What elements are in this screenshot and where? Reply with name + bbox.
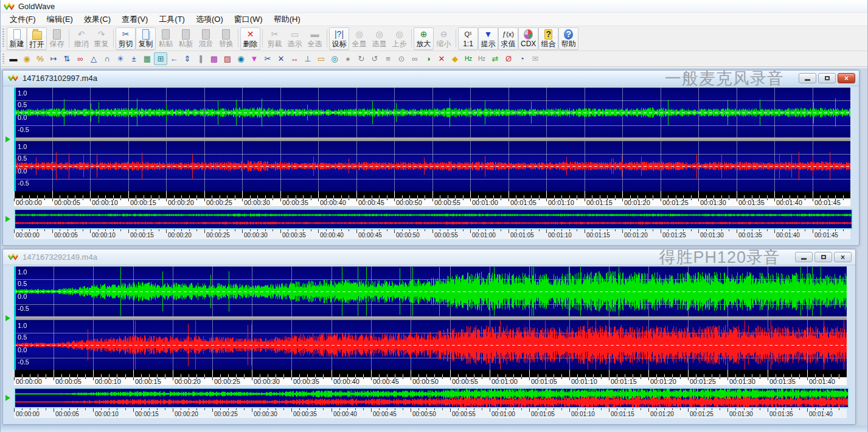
menu-item-2[interactable]: 效果(C) bbox=[78, 13, 116, 26]
hint-button[interactable]: ▼提示 bbox=[478, 27, 498, 50]
overview-waveform[interactable] bbox=[15, 389, 848, 407]
replace-button[interactable]: 替换 bbox=[216, 27, 236, 50]
sparkle-button[interactable]: ✕ bbox=[274, 52, 288, 65]
minimize-button[interactable] bbox=[799, 73, 816, 83]
selection-start-marker[interactable] bbox=[14, 267, 16, 370]
fit-vertical-button[interactable]: ⇅ bbox=[60, 52, 74, 65]
evaluate-button[interactable]: ƒ(x)求值 bbox=[498, 27, 518, 50]
splice-button[interactable]: ✂ bbox=[261, 52, 274, 65]
matrix-a-button[interactable]: ▩ bbox=[207, 52, 221, 65]
loop-arrows-button[interactable]: ⇄ bbox=[488, 52, 502, 65]
close-button[interactable]: × bbox=[838, 73, 855, 83]
stereo-knob-button[interactable]: ◑ bbox=[422, 52, 435, 65]
menu-item-1[interactable]: 编辑(E) bbox=[41, 13, 78, 26]
hz-play-button[interactable]: Hz bbox=[462, 52, 475, 65]
rainbow-menu-button[interactable]: ▼ bbox=[248, 52, 261, 65]
cut-button-icon: ✂ bbox=[122, 29, 130, 40]
overview-waveform[interactable] bbox=[15, 210, 852, 228]
new-file-button[interactable]: 新建 bbox=[7, 27, 27, 50]
matrix-b-button[interactable]: ▨ bbox=[221, 52, 234, 65]
menu-item-0[interactable]: 文件(F) bbox=[4, 13, 41, 26]
volume-preset-button[interactable]: ▬ bbox=[7, 52, 20, 65]
cdx-button[interactable]: CDX bbox=[518, 27, 538, 50]
menu-item-3[interactable]: 查看(V) bbox=[116, 13, 153, 26]
seek-end-button[interactable]: ↦ bbox=[47, 52, 60, 65]
group-button[interactable]: ?组合 bbox=[538, 27, 558, 50]
zoom-in-button[interactable]: ⊕放大 bbox=[414, 27, 434, 50]
delete-button[interactable]: ✕删除 bbox=[240, 27, 260, 50]
document-window-titlebar[interactable]: 1471673292149.m4a 得胜PH120录音 × bbox=[3, 249, 855, 265]
zoom-out-button[interactable]: ⊖缩小 bbox=[434, 27, 454, 50]
menu-item-6[interactable]: 窗口(W) bbox=[229, 13, 268, 26]
linked-knobs-button[interactable]: ∞ bbox=[408, 52, 422, 65]
waveform-right-channel[interactable] bbox=[14, 320, 847, 370]
eq-bars-button[interactable]: ∥ bbox=[194, 52, 207, 65]
previous-zoom-button[interactable]: ◎上步 bbox=[389, 27, 409, 50]
fit-window-button[interactable]: ⊞ bbox=[154, 52, 167, 65]
node-link-button[interactable]: ∞ bbox=[74, 52, 87, 65]
menu-item-7[interactable]: 帮助(H) bbox=[268, 13, 306, 26]
paste-button[interactable]: 粘贴 bbox=[156, 27, 176, 50]
time-knob-button[interactable]: ↻ bbox=[355, 52, 368, 65]
overview-strip[interactable] bbox=[14, 388, 849, 408]
copy-button[interactable]: 复制 bbox=[136, 27, 156, 50]
ramp-button[interactable]: △ bbox=[87, 52, 100, 65]
stretch-button[interactable]: ⇕ bbox=[181, 52, 194, 65]
document-window-titlebar[interactable]: 1471673102997.m4a 一般麦克风录音 × bbox=[3, 71, 859, 86]
sphere-button[interactable]: ● bbox=[341, 52, 355, 65]
pipe-button[interactable]: ▭ bbox=[314, 52, 328, 65]
app-titlebar[interactable]: GoldWave bbox=[1, 0, 867, 13]
trim-button[interactable]: ✂剪裁 bbox=[265, 27, 285, 50]
knob-levels-button[interactable]: Ø bbox=[502, 52, 515, 65]
shift-left-button[interactable]: ← bbox=[167, 52, 181, 65]
silence-reduce-button[interactable]: ↔ bbox=[288, 52, 301, 65]
level-knob-button[interactable]: ≡ bbox=[381, 52, 395, 65]
zoom-1-1-button[interactable]: Q¹1:1 bbox=[458, 27, 478, 50]
pan-balls-button[interactable]: ◉ bbox=[20, 52, 33, 65]
set-marker-button[interactable]: |?|设标 bbox=[329, 27, 349, 50]
paste-new-button[interactable]: 粘新 bbox=[176, 27, 196, 50]
clock-button[interactable]: ◔ bbox=[515, 52, 529, 65]
knob-alert-button[interactable]: ⊙ bbox=[395, 52, 408, 65]
save-button[interactable]: 保存 bbox=[47, 27, 67, 50]
mix-button[interactable]: 混音 bbox=[196, 27, 216, 50]
open-file-button[interactable]: 打开 bbox=[27, 27, 47, 50]
diamond-button[interactable]: ◆ bbox=[448, 52, 462, 65]
waveform-left-channel[interactable] bbox=[14, 88, 850, 138]
expression-button[interactable]: % bbox=[33, 52, 47, 65]
mixer-grid-button[interactable]: ▦ bbox=[141, 52, 154, 65]
noise-gate-button[interactable]: ⊥ bbox=[301, 52, 314, 65]
selection-start-marker[interactable] bbox=[14, 88, 16, 191]
view-selection-button[interactable]: ◎选显 bbox=[369, 27, 389, 50]
overview-strip[interactable] bbox=[14, 209, 853, 229]
cut-button[interactable]: ✂剪切 bbox=[116, 27, 136, 50]
help-button[interactable]: ?帮助 bbox=[558, 27, 578, 50]
mail-button[interactable]: ✉ bbox=[529, 52, 542, 65]
waveform-left-channel[interactable] bbox=[14, 267, 847, 316]
mute-lips-button[interactable]: ✕ bbox=[435, 52, 448, 65]
toolbar-grip[interactable] bbox=[2, 54, 4, 64]
restore-button[interactable] bbox=[818, 73, 836, 83]
menu-item-4[interactable]: 工具(T) bbox=[153, 13, 190, 26]
restore-button[interactable] bbox=[814, 252, 832, 262]
offset-button[interactable]: ± bbox=[127, 52, 141, 65]
mechanize-button[interactable]: ✳ bbox=[114, 52, 127, 65]
spectrum-eye-button[interactable]: ◉ bbox=[234, 52, 248, 65]
waveform-right-channel[interactable] bbox=[14, 141, 850, 191]
undo-button[interactable]: ↶撤消 bbox=[71, 27, 91, 50]
menu-item-5[interactable]: 选项(O) bbox=[190, 13, 229, 26]
minimize-button[interactable] bbox=[795, 252, 813, 262]
view-all-button[interactable]: ◎全显 bbox=[349, 27, 369, 50]
toolbar-grip[interactable] bbox=[2, 29, 4, 48]
toolbar-separator bbox=[238, 29, 238, 47]
find-button[interactable]: ◎ bbox=[328, 52, 341, 65]
redo-button[interactable]: ↷重复 bbox=[91, 27, 111, 50]
show-selection-button[interactable]: ▭选示 bbox=[285, 27, 305, 50]
hz-adjust-button[interactable]: Hz bbox=[475, 52, 488, 65]
channel-separator[interactable] bbox=[14, 138, 850, 141]
invert-button[interactable]: ∩ bbox=[100, 52, 114, 65]
close-button[interactable]: × bbox=[834, 252, 852, 262]
select-all-button[interactable]: ▬全选 bbox=[305, 27, 325, 50]
freq-knob-button[interactable]: ↺ bbox=[368, 52, 381, 65]
channel-separator[interactable] bbox=[14, 316, 847, 320]
